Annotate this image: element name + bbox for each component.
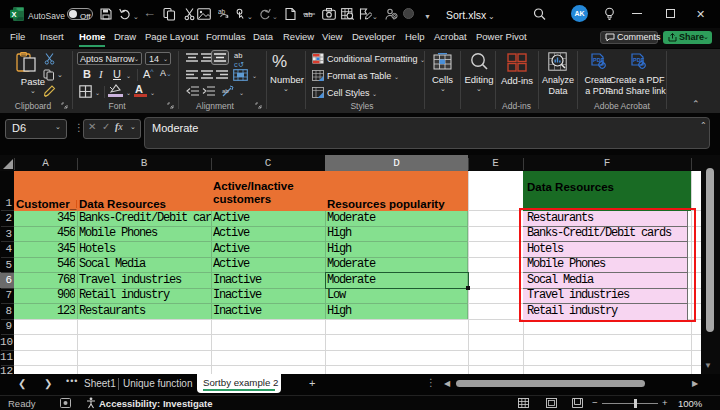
svg-text:ab: ab: [222, 88, 229, 94]
svg-text:X: X: [12, 10, 17, 19]
svg-text:ab: ab: [304, 10, 313, 19]
